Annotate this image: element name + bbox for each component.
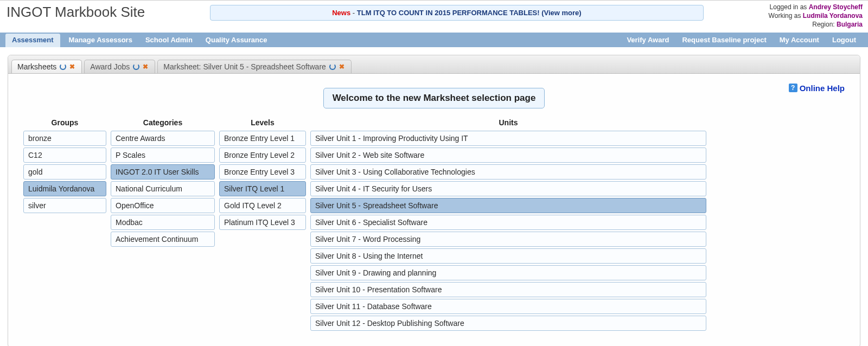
groups-header: Groups bbox=[23, 118, 106, 129]
tabstrip: Marksheets✖Award Jobs✖Marksheet: Silver … bbox=[8, 55, 860, 74]
level-item[interactable]: Silver ITQ Level 1 bbox=[219, 181, 306, 196]
refresh-icon[interactable] bbox=[329, 63, 336, 70]
unit-item[interactable]: Silver Unit 7 - Word Processing bbox=[310, 232, 706, 247]
close-icon[interactable]: ✖ bbox=[339, 63, 346, 70]
category-item[interactable]: Centre Awards bbox=[111, 131, 215, 146]
working-as-label: Working as bbox=[769, 12, 803, 20]
welcome-message: Welcome to the new Marksheet selection p… bbox=[323, 88, 545, 108]
level-item[interactable]: Bronze Entry Level 2 bbox=[219, 148, 306, 163]
column-levels: Levels Bronze Entry Level 1Bronze Entry … bbox=[219, 118, 306, 331]
news-label: News bbox=[332, 9, 350, 17]
nav-item-request-baseline-project[interactable]: Request Baseline project bbox=[675, 33, 773, 47]
nav-item-quality-assurance[interactable]: Quality Assurance bbox=[199, 33, 274, 47]
tab-marksheets[interactable]: Marksheets✖ bbox=[11, 60, 82, 73]
region-value[interactable]: Bulgaria bbox=[837, 21, 863, 28]
help-icon: ? bbox=[789, 84, 797, 92]
category-item[interactable]: OpenOffice bbox=[111, 198, 215, 213]
online-help-label: Online Help bbox=[800, 84, 845, 93]
nav-item-assessment[interactable]: Assessment bbox=[5, 34, 60, 47]
working-as-user[interactable]: Ludmila Yordanova bbox=[803, 12, 863, 20]
units-header: Units bbox=[310, 118, 706, 129]
user-info: Logged in as Andrey Stoycheff Working as… bbox=[769, 3, 863, 29]
tab-award-jobs[interactable]: Award Jobs✖ bbox=[84, 60, 155, 73]
group-item[interactable]: bronze bbox=[23, 131, 106, 146]
unit-item[interactable]: Silver Unit 6 - Specialist Software bbox=[310, 215, 706, 230]
refresh-icon[interactable] bbox=[60, 63, 66, 70]
tab-label: Marksheet: Silver Unit 5 - Spreadsheet S… bbox=[163, 62, 326, 71]
nav-item-verify-award[interactable]: Verify Award bbox=[620, 33, 675, 47]
unit-item[interactable]: Silver Unit 3 - Using Collaborative Tech… bbox=[310, 164, 706, 180]
category-item[interactable]: Achievement Continuum bbox=[111, 232, 215, 247]
group-item[interactable]: Luidmila Yordanova bbox=[23, 181, 106, 196]
tab-label: Marksheets bbox=[17, 62, 56, 71]
unit-item[interactable]: Silver Unit 10 - Presentation Software bbox=[310, 282, 706, 297]
tab-label: Award Jobs bbox=[90, 62, 130, 71]
nav-left: AssessmentManage AssessorsSchool AdminQu… bbox=[5, 33, 274, 47]
nav-item-manage-assessors[interactable]: Manage Assessors bbox=[62, 33, 139, 47]
group-item[interactable]: C12 bbox=[23, 148, 106, 163]
nav-item-logout[interactable]: Logout bbox=[826, 33, 863, 47]
nav-item-school-admin[interactable]: School Admin bbox=[139, 33, 199, 47]
category-item[interactable]: Modbac bbox=[111, 215, 215, 230]
unit-item[interactable]: Silver Unit 2 - Web site Software bbox=[310, 148, 706, 163]
content-frame: Marksheets✖Award Jobs✖Marksheet: Silver … bbox=[8, 55, 860, 346]
levels-header: Levels bbox=[219, 118, 306, 129]
category-item[interactable]: National Curriculum bbox=[111, 181, 215, 196]
nav-item-my-account[interactable]: My Account bbox=[773, 33, 826, 47]
news-text: TLM ITQ TO COUNT IN 2015 PERFORMANCE TAB… bbox=[357, 9, 582, 17]
unit-item[interactable]: Silver Unit 5 - Spreadsheet Software bbox=[310, 198, 706, 213]
nav-right: Verify AwardRequest Baseline projectMy A… bbox=[620, 33, 863, 47]
level-item[interactable]: Bronze Entry Level 3 bbox=[219, 164, 306, 180]
topbar: INGOT Markbook Site News - TLM ITQ TO CO… bbox=[0, 0, 868, 29]
categories-header: Categories bbox=[111, 118, 215, 129]
group-item[interactable]: gold bbox=[23, 164, 106, 180]
column-units: Units Silver Unit 1 - Improving Producti… bbox=[310, 118, 706, 331]
site-title: INGOT Markbook Site bbox=[7, 3, 145, 21]
news-sep: - bbox=[350, 9, 357, 17]
column-categories: Categories Centre AwardsP ScalesINGOT 2.… bbox=[111, 118, 215, 331]
close-icon[interactable]: ✖ bbox=[69, 63, 76, 70]
refresh-icon[interactable] bbox=[133, 63, 139, 70]
main-nav: AssessmentManage AssessorsSchool AdminQu… bbox=[0, 33, 868, 47]
group-item[interactable]: silver bbox=[23, 198, 106, 213]
logged-in-label: Logged in as bbox=[770, 3, 809, 11]
logged-in-user[interactable]: Andrey Stoycheff bbox=[809, 3, 863, 11]
level-item[interactable]: Gold ITQ Level 2 bbox=[219, 198, 306, 213]
news-banner[interactable]: News - TLM ITQ TO COUNT IN 2015 PERFORMA… bbox=[210, 5, 703, 21]
unit-item[interactable]: Silver Unit 4 - IT Security for Users bbox=[310, 181, 706, 196]
unit-item[interactable]: Silver Unit 1 - Improving Productivity U… bbox=[310, 131, 706, 146]
online-help-link[interactable]: ? Online Help bbox=[789, 84, 845, 93]
level-item[interactable]: Bronze Entry Level 1 bbox=[219, 131, 306, 146]
category-item[interactable]: P Scales bbox=[111, 148, 215, 163]
column-groups: Groups bronzeC12goldLuidmila Yordanovasi… bbox=[23, 118, 106, 331]
selection-columns: Groups bronzeC12goldLuidmila Yordanovasi… bbox=[23, 118, 845, 331]
unit-item[interactable]: Silver Unit 9 - Drawing and planning bbox=[310, 265, 706, 280]
category-item[interactable]: INGOT 2.0 IT User Skills bbox=[111, 164, 215, 180]
unit-item[interactable]: Silver Unit 12 - Desktop Publishing Soft… bbox=[310, 316, 706, 331]
unit-item[interactable]: Silver Unit 11 - Database Software bbox=[310, 299, 706, 314]
unit-item[interactable]: Silver Unit 8 - Using the Internet bbox=[310, 248, 706, 264]
page-body: ? Online Help Welcome to the new Markshe… bbox=[8, 74, 860, 336]
region-label: Region: bbox=[812, 21, 837, 28]
close-icon[interactable]: ✖ bbox=[143, 63, 149, 70]
tab-marksheet-silver-unit-5-spreadsheet-soft[interactable]: Marksheet: Silver Unit 5 - Spreadsheet S… bbox=[157, 60, 352, 73]
level-item[interactable]: Platinum ITQ Level 3 bbox=[219, 215, 306, 230]
